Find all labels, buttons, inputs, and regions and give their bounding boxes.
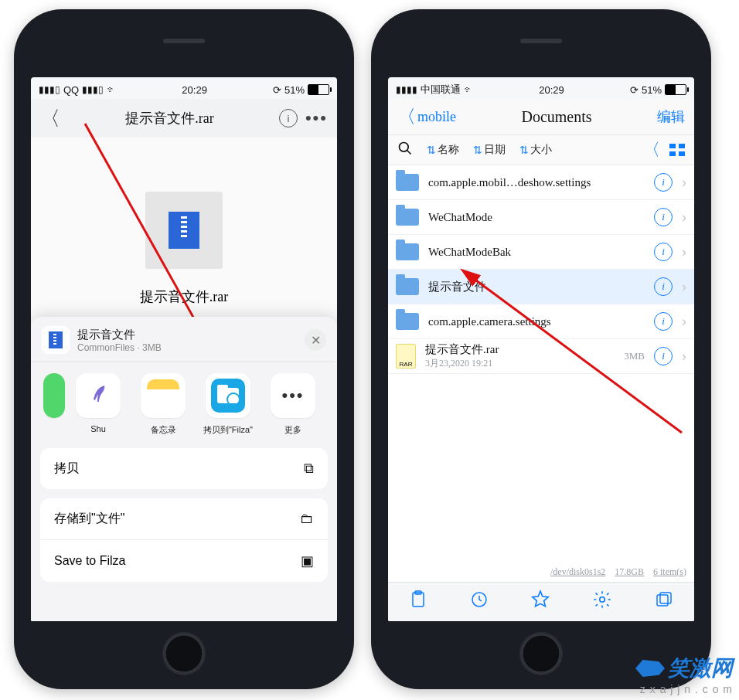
- activity-label: 拷贝到"Filza": [203, 424, 253, 436]
- tab-settings[interactable]: [592, 590, 612, 614]
- action-save-to-filza[interactable]: Save to Filza ▣: [40, 539, 328, 582]
- activity-more[interactable]: ••• 更多: [265, 373, 321, 436]
- tab-recent[interactable]: [470, 590, 489, 613]
- action-label: 存储到"文件": [54, 511, 124, 527]
- chevron-right-icon: ›: [682, 279, 686, 295]
- home-button[interactable]: [519, 632, 563, 675]
- sort-icon: ⇅: [473, 144, 482, 157]
- search-button[interactable]: [397, 141, 413, 160]
- action-label: Save to Filza: [54, 554, 125, 568]
- orientation-lock-icon: ⟳: [630, 84, 639, 96]
- chevron-right-icon: ›: [682, 244, 686, 260]
- list-item[interactable]: WeChatModeBaki›: [388, 235, 694, 270]
- sort-name-button[interactable]: ⇅名称: [427, 143, 459, 157]
- action-copy[interactable]: 拷贝 ⧉: [40, 448, 328, 489]
- watermark-brand: 笑激网: [668, 654, 733, 683]
- filza-icon: [211, 379, 245, 413]
- tab-favorites[interactable]: [530, 590, 550, 614]
- back-label: mobile: [417, 109, 456, 125]
- sort-label: 名称: [438, 143, 459, 157]
- page-title: 提示音文件.rar: [68, 109, 271, 127]
- activity-notes[interactable]: 备忘录: [135, 373, 191, 436]
- folder-icon: [396, 209, 419, 226]
- edit-button[interactable]: 编辑: [657, 107, 685, 126]
- home-button[interactable]: [162, 632, 206, 675]
- sort-label: 大小: [530, 143, 552, 157]
- status-bar: ▮▮▮▯ QQ ▮▮▮▯ ᯤ 20:29 ⟳ 51%: [31, 77, 337, 99]
- fish-icon: [635, 660, 665, 677]
- chevron-right-icon: ›: [682, 348, 686, 365]
- view-mode-button[interactable]: [669, 144, 685, 156]
- file-size: 3MB: [624, 350, 645, 362]
- sort-size-button[interactable]: ⇅大小: [519, 143, 552, 157]
- back-button[interactable]: 〈: [40, 105, 60, 132]
- share-file-title: 提示音文件: [77, 328, 162, 342]
- list-item[interactable]: RAR提示音文件.rar3月23,2020 19:213MBi›: [388, 339, 694, 374]
- more-button[interactable]: •••: [305, 108, 328, 128]
- tab-clipboard[interactable]: [409, 590, 427, 613]
- clock-icon: [470, 590, 489, 609]
- carrier-label: QQ: [63, 84, 79, 96]
- info-button[interactable]: i: [654, 243, 673, 261]
- svg-line-2: [407, 150, 411, 154]
- activity-filza[interactable]: 拷贝到"Filza": [200, 373, 256, 436]
- more-icon: •••: [281, 386, 304, 406]
- activity-prev-app[interactable]: [47, 373, 61, 418]
- file-name: 提示音文件: [428, 280, 486, 293]
- nav-bar: 〈 mobile Documents 编辑: [388, 99, 694, 134]
- info-button[interactable]: i: [654, 173, 673, 192]
- item-count: 6 item(s): [653, 566, 686, 578]
- info-button[interactable]: i: [654, 208, 673, 226]
- folder-icon: [396, 243, 419, 260]
- info-button[interactable]: i: [654, 312, 673, 331]
- folder-icon: [396, 174, 419, 191]
- file-name: com.apple.camera.settings: [428, 315, 551, 328]
- preview-filename: 提示音文件.rar: [140, 287, 228, 306]
- file-date: 3月23,2020 19:21: [425, 357, 615, 370]
- info-button[interactable]: i: [279, 109, 298, 127]
- phone-speaker: [163, 39, 205, 43]
- svg-point-6: [600, 597, 605, 603]
- file-name: 提示音文件.rar: [425, 343, 499, 355]
- battery-text: 51%: [642, 84, 662, 96]
- sort-date-button[interactable]: ⇅日期: [473, 143, 506, 157]
- list-item[interactable]: com.apple.camera.settingsi›: [388, 304, 694, 339]
- activity-row: Shu 备忘录 拷贝到"Filza" ••• 更多: [31, 362, 337, 448]
- activity-label: 更多: [284, 424, 301, 436]
- svg-point-1: [400, 142, 409, 151]
- collapse-button[interactable]: 〈: [643, 138, 660, 161]
- info-button[interactable]: i: [654, 277, 673, 296]
- action-label: 拷贝: [54, 460, 79, 477]
- watermark-url: z x a j j n . c o m: [640, 683, 733, 695]
- back-button[interactable]: 〈 mobile: [397, 104, 456, 129]
- tab-windows[interactable]: [655, 590, 673, 613]
- phone-right: ▮▮▮▮ 中国联通 ᯤ 20:29 ⟳ 51% 〈 mobile Documen…: [371, 9, 711, 689]
- close-button[interactable]: ✕: [305, 329, 326, 351]
- battery-text: 51%: [284, 84, 305, 96]
- action-list: 拷贝 ⧉ 存储到"文件" 🗀 Save to Filza ▣: [31, 448, 337, 603]
- list-item[interactable]: com.apple.mobil…deshow.settingsi›: [388, 165, 694, 200]
- rar-thumbnail: [145, 192, 223, 269]
- action-save-to-files[interactable]: 存储到"文件" 🗀: [40, 498, 328, 539]
- sort-icon: ⇅: [427, 144, 436, 157]
- carrier-label: 中国联通: [421, 83, 461, 97]
- signal-icon: ▮▮▮▮: [396, 84, 417, 95]
- list-item[interactable]: WeChatModei›: [388, 200, 694, 235]
- folder-icon: [396, 313, 419, 330]
- nav-bar: 〈 提示音文件.rar i •••: [31, 99, 337, 138]
- rar-file-icon: RAR: [396, 344, 416, 369]
- sort-label: 日期: [484, 143, 506, 157]
- activity-label: 备忘录: [151, 424, 176, 436]
- wifi-icon: ᯤ: [107, 84, 116, 95]
- phone-left: ▮▮▮▯ QQ ▮▮▮▯ ᯤ 20:29 ⟳ 51% 〈 提示音文件.rar i…: [14, 9, 354, 689]
- phone-speaker: [520, 39, 562, 43]
- activity-label: Shu: [90, 424, 106, 433]
- file-list[interactable]: com.apple.mobil…deshow.settingsi›WeChatM…: [388, 165, 694, 562]
- info-button[interactable]: i: [654, 347, 673, 365]
- file-name: WeChatModeBak: [428, 246, 511, 258]
- file-name: com.apple.mobil…deshow.settings: [428, 176, 591, 189]
- list-item[interactable]: 提示音文件i›: [388, 270, 694, 304]
- app-icon: [43, 373, 65, 418]
- activity-shu[interactable]: Shu: [70, 373, 126, 433]
- signal-icon-2: ▮▮▮▯: [82, 84, 104, 95]
